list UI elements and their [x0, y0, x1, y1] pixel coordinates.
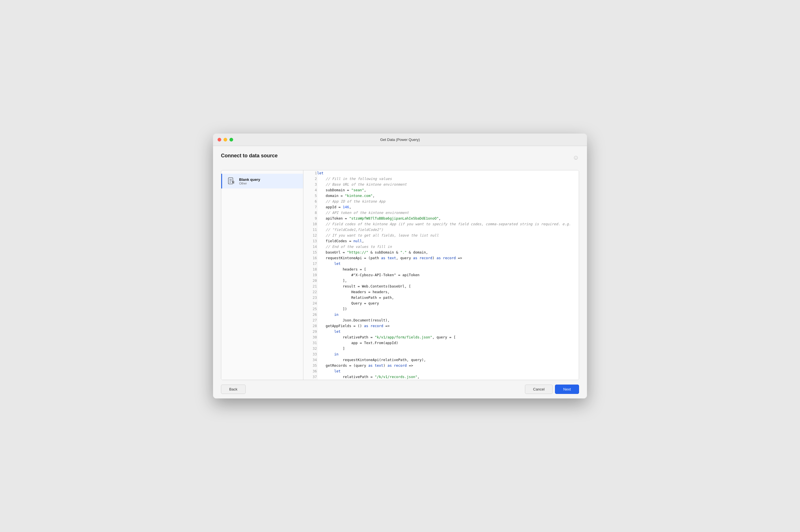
table-row: 10 // Field codes of the kintone App (if…	[304, 221, 579, 227]
table-row: 29 let	[304, 329, 579, 335]
line-number: 14	[304, 244, 317, 250]
line-number: 12	[304, 233, 317, 238]
line-number: 37	[304, 374, 317, 380]
next-button[interactable]: Next	[555, 384, 579, 394]
line-number: 4	[304, 187, 317, 193]
traffic-lights	[218, 138, 233, 141]
line-number: 10	[304, 221, 317, 227]
table-row: 9 apiToken = "stzaWpfW87lTuBBba6gjipanLa…	[304, 216, 579, 221]
table-row: 4 subDomain = "sean",	[304, 187, 579, 193]
table-row: 11 // "fieldCode1,fieldCode2")	[304, 227, 579, 233]
line-code: RelativePath = path,	[317, 295, 579, 301]
line-number: 21	[304, 284, 317, 289]
line-number: 20	[304, 278, 317, 284]
line-code: // Field codes of the kintone App (if yo…	[317, 221, 579, 227]
blank-query-icon	[226, 176, 236, 186]
table-row: 36 let	[304, 368, 579, 374]
line-code: // "fieldCode1,fieldCode2")	[317, 227, 579, 233]
line-number: 30	[304, 335, 317, 340]
line-code: relativePath = "/k/v1/records.json",	[317, 374, 579, 380]
line-code: ]	[317, 346, 579, 352]
line-number: 11	[304, 227, 317, 233]
table-row: 34 requestKintoneApi(relativePath, query…	[304, 357, 579, 363]
sidebar-item-blank-query[interactable]: Blank query Other	[221, 174, 303, 188]
table-row: 30 relativePath = "k/v1/app/form/fields.…	[304, 335, 579, 340]
line-code: subDomain = "sean",	[317, 187, 579, 193]
line-code: // End of the values to fill in	[317, 244, 579, 250]
footer: Back Cancel Next	[213, 380, 587, 398]
footer-right: Cancel Next	[525, 384, 579, 394]
line-number: 31	[304, 340, 317, 346]
line-code: appId = 146,	[317, 204, 579, 210]
table-row: 1 let	[304, 170, 579, 176]
line-number: 32	[304, 346, 317, 352]
line-code: // Fill in the following values	[317, 176, 579, 182]
line-number: 34	[304, 357, 317, 363]
table-row: 7 appId = 146,	[304, 204, 579, 210]
line-code: requestKintoneApi(relativePath, query),	[317, 357, 579, 363]
line-number: 36	[304, 368, 317, 374]
line-code: app = Text.From(appId)	[317, 340, 579, 346]
line-number: 24	[304, 301, 317, 306]
table-row: 35 getRecords = (query as text) as recor…	[304, 363, 579, 368]
line-code: apiToken = "stzaWpfW87lTuBBba6gjipanLahI…	[317, 216, 579, 221]
table-row: 27 Json.Document(result),	[304, 318, 579, 323]
code-scroll-area[interactable]: 1 let 2 // Fill in the following values …	[304, 170, 579, 380]
line-number: 26	[304, 312, 317, 318]
minimize-button[interactable]	[223, 138, 227, 141]
line-number: 29	[304, 329, 317, 335]
table-row: 37 relativePath = "/k/v1/records.json",	[304, 374, 579, 380]
table-row: 18 headers = [	[304, 267, 579, 272]
maximize-button[interactable]	[230, 138, 233, 141]
line-code: ],	[317, 278, 579, 284]
table-row: 28 getAppFields = () as record =>	[304, 323, 579, 329]
line-number: 23	[304, 295, 317, 301]
line-number: 9	[304, 216, 317, 221]
table-row: 32 ]	[304, 346, 579, 352]
line-number: 13	[304, 238, 317, 244]
line-code: in	[317, 352, 579, 357]
line-code: result = Web.Contents(baseUrl, [	[317, 284, 579, 289]
line-code: fieldCodes = null,	[317, 238, 579, 244]
line-code: // API token of the kintone environment	[317, 210, 579, 216]
smiley-icon[interactable]: ☺	[573, 154, 579, 161]
table-row: 33 in	[304, 352, 579, 357]
table-row: 21 result = Web.Contents(baseUrl, [	[304, 284, 579, 289]
table-row: 2 // Fill in the following values	[304, 176, 579, 182]
line-number: 19	[304, 272, 317, 278]
line-number: 5	[304, 193, 317, 198]
back-button[interactable]: Back	[221, 384, 246, 394]
line-code: Headers = headers,	[317, 289, 579, 295]
sidebar-item-subtitle: Other	[239, 182, 260, 185]
line-code: Query = query	[317, 301, 579, 306]
line-number: 28	[304, 323, 317, 329]
table-row: 3 // Base URL of the kintone environment	[304, 182, 579, 187]
line-code: // Base URL of the kintone environment	[317, 182, 579, 187]
code-table: 1 let 2 // Fill in the following values …	[304, 170, 579, 380]
line-code: let	[317, 368, 579, 374]
line-code: ])	[317, 306, 579, 312]
table-row: 23 RelativePath = path,	[304, 295, 579, 301]
table-row: 25 ])	[304, 306, 579, 312]
table-row: 17 let	[304, 261, 579, 267]
line-number: 1	[304, 170, 317, 176]
sidebar-item-text: Blank query Other	[239, 177, 260, 185]
line-number: 27	[304, 318, 317, 323]
table-row: 13 fieldCodes = null,	[304, 238, 579, 244]
close-button[interactable]	[218, 138, 221, 141]
cancel-button[interactable]: Cancel	[525, 384, 553, 394]
table-row: 14 // End of the values to fill in	[304, 244, 579, 250]
main-body: Blank query Other 1 let 2 // Fill in the…	[221, 170, 579, 380]
sidebar-item-title: Blank query	[239, 177, 260, 182]
line-number: 15	[304, 250, 317, 255]
table-row: 22 Headers = headers,	[304, 289, 579, 295]
line-number: 6	[304, 198, 317, 204]
table-row: 24 Query = query	[304, 301, 579, 306]
page-title: Connect to data source	[221, 153, 278, 159]
line-number: 7	[304, 204, 317, 210]
table-row: 26 in	[304, 312, 579, 318]
titlebar: Get Data (Power Query)	[213, 134, 587, 146]
line-number: 35	[304, 363, 317, 368]
table-row: 16 requestKintoneApi = (path as text, qu…	[304, 255, 579, 261]
line-code: let	[317, 261, 579, 267]
